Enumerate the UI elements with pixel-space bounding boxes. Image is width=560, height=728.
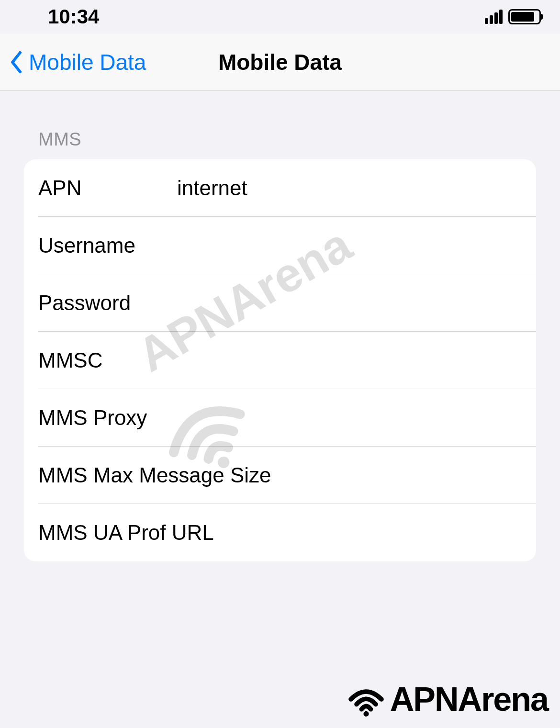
chevron-left-icon [10,50,24,74]
back-label: Mobile Data [29,49,146,75]
mms-proxy-label: MMS Proxy [38,406,177,430]
mms-proxy-input[interactable] [177,406,522,430]
username-label: Username [38,234,177,258]
page-title: Mobile Data [218,49,342,75]
apn-label: APN [38,176,177,200]
mms-proxy-row[interactable]: MMS Proxy [24,389,536,447]
navigation-bar: Mobile Data Mobile Data [0,34,560,91]
password-row[interactable]: Password [24,274,536,332]
mms-max-size-label: MMS Max Message Size [38,463,271,487]
status-time: 10:34 [48,5,99,28]
section-header-mms: MMS [38,129,536,150]
svg-point-1 [363,711,369,717]
status-bar: 10:34 [0,0,560,34]
apn-row[interactable]: APN [24,159,536,217]
footer-logo: APNArena [345,680,548,718]
mmsc-row[interactable]: MMSC [24,332,536,389]
password-label: Password [38,291,177,315]
status-icons [485,9,541,24]
mms-settings-group: APN Username Password MMSC MMS Proxy MMS… [24,159,536,561]
mmsc-label: MMSC [38,348,177,372]
password-input[interactable] [177,291,522,315]
battery-icon [508,9,541,24]
footer-text: APNArena [390,680,548,718]
mms-ua-prof-row[interactable]: MMS UA Prof URL [24,504,536,561]
cellular-signal-icon [485,10,503,24]
username-input[interactable] [177,234,522,258]
mms-max-size-input[interactable] [271,463,534,487]
mms-ua-prof-label: MMS UA Prof URL [38,521,214,545]
mms-max-size-row[interactable]: MMS Max Message Size [24,447,536,504]
mmsc-input[interactable] [177,348,522,372]
content-area: MMS APN Username Password MMSC MMS Proxy [0,91,560,561]
wifi-icon [345,680,388,718]
username-row[interactable]: Username [24,217,536,274]
back-button[interactable]: Mobile Data [0,49,146,75]
apn-input[interactable] [177,176,522,200]
mms-ua-prof-input[interactable] [214,521,522,545]
